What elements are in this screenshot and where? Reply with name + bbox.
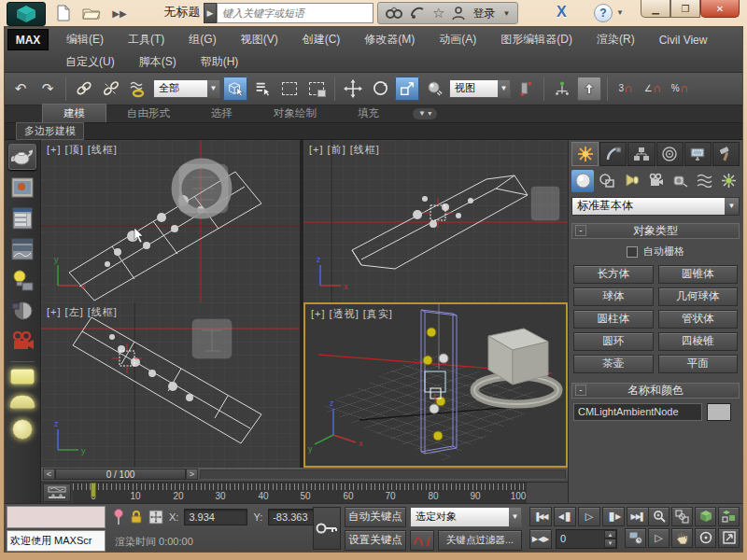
- object-color-swatch[interactable]: [707, 403, 731, 421]
- torus-button[interactable]: 圆环: [573, 332, 654, 351]
- search-input[interactable]: [217, 3, 374, 23]
- selection-set-dropdown[interactable]: 选定对象 ▼: [410, 507, 522, 527]
- category-geometry-button[interactable]: [571, 170, 594, 192]
- isolate-pin-icon[interactable]: [113, 509, 124, 525]
- auto-key-button[interactable]: 自动关键点: [345, 507, 406, 527]
- viewport-left-label[interactable]: [+] [左] [线框]: [47, 305, 118, 319]
- light-lister-button[interactable]: [8, 267, 36, 293]
- selection-lock-icon[interactable]: [130, 510, 143, 525]
- category-lights-button[interactable]: [620, 170, 642, 192]
- environment-dialog-button[interactable]: [8, 298, 36, 324]
- tab-display[interactable]: [684, 142, 712, 166]
- favorites-star-icon[interactable]: ☆: [432, 5, 444, 21]
- help-button[interactable]: ?: [594, 4, 613, 22]
- menu-modifiers[interactable]: 修改器(M): [352, 32, 427, 48]
- ribbon-tab-populate[interactable]: 填充: [337, 105, 400, 122]
- help-dropdown-icon[interactable]: ▼: [616, 8, 624, 17]
- category-helpers-button[interactable]: [669, 170, 691, 192]
- plane-button[interactable]: 平面: [658, 355, 739, 373]
- max-application-button[interactable]: MAX: [7, 29, 49, 50]
- zoom-extents-button[interactable]: [695, 507, 716, 526]
- polygon-modeling-panel-tab[interactable]: 多边形建模: [16, 122, 84, 140]
- pyramid-button[interactable]: 四棱锥: [658, 332, 739, 351]
- tab-utilities[interactable]: [712, 142, 740, 166]
- dome-light-icon[interactable]: [9, 395, 35, 409]
- maxscript-listener-output[interactable]: 欢迎使用 MAXScr: [7, 530, 106, 552]
- ribbon-config-dropdown-icon[interactable]: ▼ ▾: [413, 108, 437, 119]
- render-preview-teapot-button[interactable]: [8, 144, 36, 170]
- cylinder-button[interactable]: 圆柱体: [573, 310, 654, 329]
- new-file-button[interactable]: [52, 3, 75, 23]
- sphere-button[interactable]: 球体: [573, 287, 654, 306]
- reference-coordinate-dropdown[interactable]: 视图 ▼: [449, 79, 511, 98]
- collapse-icon[interactable]: -: [575, 385, 586, 396]
- close-button[interactable]: ✕: [700, 0, 740, 18]
- menu-tools[interactable]: 工具(T): [116, 32, 176, 48]
- frame-number-input[interactable]: [557, 532, 604, 545]
- ribbon-tab-object-paint[interactable]: 对象绘制: [253, 105, 337, 122]
- menu-help[interactable]: 帮助(H): [189, 54, 251, 70]
- login-button[interactable]: 登录: [472, 6, 495, 21]
- menu-views[interactable]: 视图(V): [229, 32, 290, 48]
- zoom-extents-all-button[interactable]: [718, 507, 740, 526]
- key-filters-button[interactable]: 关键点过滤器...: [438, 530, 522, 551]
- maxscript-mini-listener[interactable]: [7, 506, 106, 528]
- tab-modify[interactable]: [599, 142, 627, 166]
- geosphere-button[interactable]: 几何球体: [658, 287, 739, 306]
- open-file-button[interactable]: [80, 3, 103, 23]
- primitive-category-dropdown[interactable]: 标准基本体 ▼: [571, 197, 740, 216]
- selection-filter-dropdown[interactable]: 全部 ▼: [153, 79, 220, 98]
- percent-snap-toggle[interactable]: %∩: [668, 77, 692, 101]
- set-key-button[interactable]: 设置关键点: [345, 530, 406, 551]
- mini-curve-editor-button[interactable]: [43, 483, 71, 502]
- select-and-manipulate-button[interactable]: [422, 77, 446, 101]
- set-keys-button[interactable]: [313, 507, 341, 550]
- rendered-frame-window-button[interactable]: [8, 175, 36, 201]
- menu-rendering[interactable]: 渲染(R): [585, 32, 647, 48]
- time-slider-handle[interactable]: 0 / 100: [55, 469, 186, 480]
- zoom-button[interactable]: [648, 507, 669, 526]
- menu-animation[interactable]: 动画(A): [427, 32, 488, 48]
- menu-group[interactable]: 组(G): [176, 32, 228, 48]
- menu-scripting[interactable]: 脚本(S): [127, 54, 189, 70]
- ribbon-tab-modeling[interactable]: 建模: [42, 104, 106, 122]
- key-mode-toggle[interactable]: ▶◀▶: [529, 529, 552, 549]
- maximize-viewport-toggle[interactable]: [718, 528, 740, 548]
- search-arrow-button[interactable]: ▶: [204, 3, 217, 23]
- go-to-start-button[interactable]: ▐◀◀: [529, 507, 552, 526]
- viewport-perspective[interactable]: z x y [+] [透视] [真实]: [303, 302, 568, 468]
- viewport-top-label[interactable]: [+] [顶] [线框]: [47, 143, 118, 157]
- minimize-button[interactable]: ▁: [641, 0, 670, 18]
- ribbon-tab-selection[interactable]: 选择: [190, 105, 253, 122]
- viewport-front[interactable]: x z [+] [前] [线框]: [303, 140, 568, 302]
- angle-snap-toggle[interactable]: ∠∩: [641, 77, 665, 101]
- use-pivot-point-button[interactable]: [514, 77, 538, 101]
- redo-button[interactable]: ↷: [35, 77, 60, 101]
- viewport-top[interactable]: x y [+] [顶] [线框]: [41, 140, 300, 302]
- render-setup-dialog-button[interactable]: [8, 205, 36, 231]
- pan-view-button[interactable]: [671, 528, 693, 548]
- teapot-button[interactable]: 茶壶: [573, 355, 654, 373]
- viewport-left[interactable]: y z [+] [左] [线框]: [41, 302, 300, 468]
- menu-create[interactable]: 创建(C): [290, 32, 353, 48]
- window-crossing-toggle[interactable]: [304, 77, 329, 101]
- current-frame-marker[interactable]: [91, 483, 96, 497]
- previous-frame-button[interactable]: ◀▐▌: [554, 507, 576, 526]
- snaps-use-center-button[interactable]: [550, 77, 574, 101]
- select-and-scale-button[interactable]: [395, 77, 419, 101]
- sphere-light-icon[interactable]: [12, 419, 33, 440]
- collapse-icon[interactable]: -: [575, 225, 586, 236]
- select-and-rotate-button[interactable]: [368, 77, 392, 101]
- object-name-field[interactable]: [573, 403, 702, 421]
- viewport-front-label[interactable]: [+] [前] [线框]: [309, 143, 380, 157]
- category-cameras-button[interactable]: [644, 170, 667, 192]
- communication-center-icon[interactable]: [410, 7, 425, 20]
- play-button[interactable]: ▷: [578, 507, 600, 526]
- transform-type-in-icon[interactable]: [148, 510, 163, 525]
- app-logo[interactable]: [7, 2, 46, 26]
- time-slider-prev-button[interactable]: <: [43, 469, 55, 480]
- spinner-down-icon[interactable]: ▼: [604, 539, 616, 548]
- restore-button[interactable]: ❐: [670, 0, 700, 18]
- snap-toggle-3d-button[interactable]: 3∩: [613, 77, 638, 101]
- viewport-perspective-label[interactable]: [+] [透视] [真实]: [311, 307, 393, 321]
